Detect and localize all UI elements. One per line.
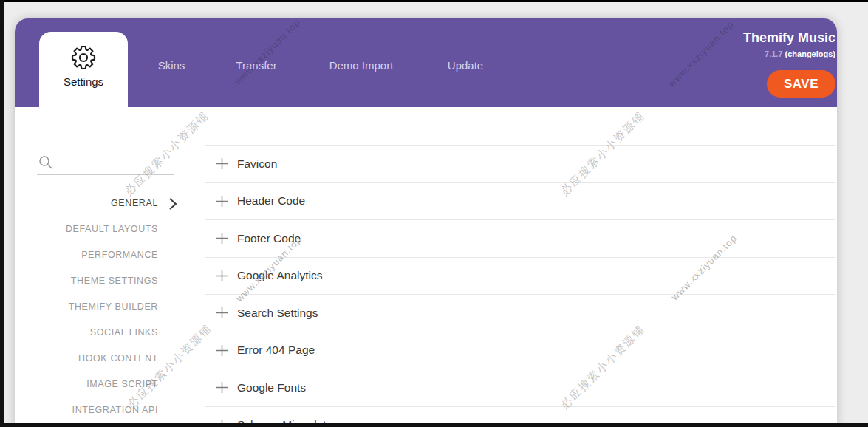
accordion-label: Favicon <box>237 157 277 171</box>
sidebar-item-social-links[interactable]: SOCIAL LINKS <box>0 320 158 346</box>
accordion-label: Search Settings <box>237 307 318 320</box>
accordion-row-header-code[interactable]: Header Code <box>205 182 835 220</box>
accordion-label: Google Analytics <box>237 269 322 282</box>
plus-icon <box>216 270 228 282</box>
sidebar-item-hook-content[interactable]: HOOK CONTENT <box>0 346 158 372</box>
screen-edge-bottom <box>0 423 868 427</box>
version-number: 7.1.7 <box>765 49 782 58</box>
accordion-row-footer-code[interactable]: Footer Code <box>205 219 835 257</box>
plus-icon <box>216 307 228 319</box>
plus-icon <box>216 344 228 357</box>
accordion-label: Footer Code <box>237 232 301 245</box>
tab-skins[interactable]: Skins <box>158 59 185 72</box>
accordion-label: Google Fonts <box>237 381 306 394</box>
sidebar-item-label: GENERAL <box>111 198 158 208</box>
search-icon <box>38 155 53 170</box>
chevron-right-icon <box>168 197 178 211</box>
sidebar-nav: GENERAL DEFAULT LAYOUTS PERFORMANCE THEM… <box>0 191 158 423</box>
theme-title: Themify Music <box>743 30 835 46</box>
header-right: Themify Music 7.1.7 (changelogs) SAVE <box>743 30 835 98</box>
tab-demo-import[interactable]: Demo Import <box>329 59 394 72</box>
accordion-row-favicon[interactable]: Favicon <box>205 145 835 182</box>
accordion-row-google-fonts[interactable]: Google Fonts <box>205 369 835 406</box>
sidebar-item-themify-builder[interactable]: THEMIFY BUILDER <box>0 294 158 320</box>
sidebar-item-image-script[interactable]: IMAGE SCRIPT <box>0 372 158 397</box>
sidebar-search <box>37 152 174 175</box>
tab-update[interactable]: Update <box>448 59 483 72</box>
accordion-label: Error 404 Page <box>237 344 315 357</box>
sidebar-item-integration-api[interactable]: INTEGRATION API <box>0 397 158 423</box>
theme-panel-header <box>15 18 837 107</box>
save-button[interactable]: SAVE <box>767 70 835 98</box>
accordion-row-search-settings[interactable]: Search Settings <box>205 294 835 332</box>
tab-transfer[interactable]: Transfer <box>236 59 276 72</box>
plus-icon <box>216 157 228 170</box>
settings-accordion: Favicon Header Code Footer Code Google A… <box>205 145 835 427</box>
accordion-row-google-analytics[interactable]: Google Analytics <box>205 257 835 295</box>
accordion-label: Header Code <box>237 194 305 208</box>
gear-icon <box>71 45 96 70</box>
accordion-row-error-404-page[interactable]: Error 404 Page <box>205 332 835 369</box>
plus-icon <box>216 381 228 394</box>
sidebar-item-performance[interactable]: PERFORMANCE <box>0 242 158 268</box>
screen-edge-top <box>0 0 868 2</box>
theme-version-line: 7.1.7 (changelogs) <box>743 49 835 58</box>
tab-settings[interactable]: Settings <box>39 32 128 109</box>
plus-icon <box>216 195 228 208</box>
sidebar-item-general[interactable]: GENERAL <box>0 191 158 216</box>
changelogs-link[interactable]: (changelogs) <box>785 49 835 58</box>
screen-edge-left <box>0 0 4 427</box>
plus-icon <box>216 232 228 245</box>
sidebar-item-default-layouts[interactable]: DEFAULT LAYOUTS <box>0 216 158 242</box>
tab-settings-label: Settings <box>39 75 128 88</box>
sidebar-item-theme-settings[interactable]: THEME SETTINGS <box>0 268 158 294</box>
sidebar-search-input[interactable] <box>58 152 173 173</box>
